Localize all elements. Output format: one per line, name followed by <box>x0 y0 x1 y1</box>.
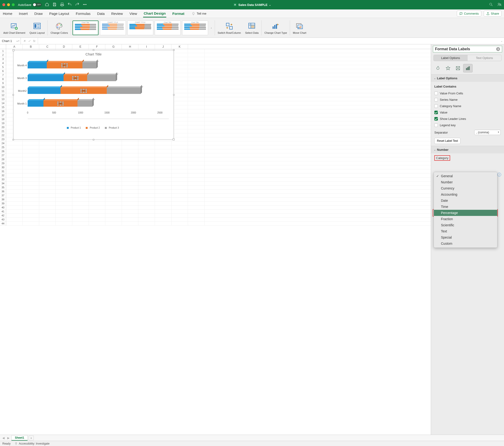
section-header-label-options[interactable]: ⌄Label Options <box>431 75 504 82</box>
row-header[interactable]: 23 <box>0 137 6 141</box>
sheet-tab[interactable]: Sheet1 <box>11 435 28 441</box>
category-menu-item[interactable]: Text <box>434 228 497 234</box>
label-options-icon[interactable] <box>463 64 473 72</box>
maximize-window-icon[interactable] <box>12 3 15 6</box>
col-header[interactable]: C <box>39 44 56 49</box>
worksheet-grid[interactable]: A B C D E F G H I J K 123456789101112131… <box>0 44 431 435</box>
comments-button[interactable]: Comments <box>457 11 481 17</box>
row-header[interactable]: 24 <box>0 141 6 145</box>
category-menu-item[interactable]: General <box>434 173 497 179</box>
select-all-corner[interactable] <box>0 44 6 49</box>
row-header[interactable]: 43 <box>0 218 6 222</box>
row-header[interactable]: 19 <box>0 121 6 125</box>
data-label[interactable]: 876 <box>81 89 86 92</box>
row-header[interactable]: 7 <box>0 73 6 77</box>
row-header[interactable]: 44 <box>0 222 6 226</box>
autosave-toggle[interactable]: AutoSave OFF <box>18 3 42 7</box>
row-headers[interactable]: 1234567891011121314151617181920212223242… <box>0 49 6 226</box>
category-menu-item[interactable]: Custom <box>434 240 497 247</box>
col-header[interactable]: J <box>155 44 171 49</box>
ellipsis-icon[interactable] <box>83 2 87 7</box>
data-label[interactable]: 444 <box>73 76 78 80</box>
row-header[interactable]: 5 <box>0 65 6 69</box>
effects-icon[interactable] <box>443 64 453 72</box>
search-icon[interactable] <box>489 2 493 7</box>
separator-select[interactable]: , (comma) <box>474 130 501 135</box>
category-menu-item[interactable]: Percentage <box>434 210 497 216</box>
cancel-formula-icon[interactable]: ✕ <box>23 39 26 43</box>
tab-data[interactable]: Data <box>97 10 105 17</box>
col-header[interactable]: G <box>105 44 122 49</box>
category-menu-item[interactable]: Currency <box>434 185 497 191</box>
row-header[interactable]: 17 <box>0 113 6 117</box>
row-header[interactable]: 9 <box>0 81 6 85</box>
chart-style-3[interactable]: CHART TITLE <box>127 20 153 35</box>
chart-styles-gallery[interactable]: Chart Title CHART TITLE CHART TITLE Char… <box>72 20 213 35</box>
add-sheet-button[interactable]: ＋ <box>29 436 34 440</box>
row-header[interactable]: 27 <box>0 153 6 157</box>
tab-view[interactable]: View <box>129 10 137 17</box>
row-header[interactable]: 41 <box>0 209 6 214</box>
row-header[interactable]: 14 <box>0 101 6 105</box>
row-header[interactable]: 16 <box>0 109 6 113</box>
row-header[interactable]: 11 <box>0 89 6 93</box>
chk-legend-key[interactable]: Legend key <box>434 122 501 128</box>
col-header[interactable]: I <box>138 44 155 49</box>
tab-page-layout[interactable]: Page Layout <box>49 10 70 17</box>
chk-leader-lines[interactable]: Show Leader Lines <box>434 116 501 122</box>
close-window-icon[interactable] <box>2 3 5 6</box>
tab-text-options[interactable]: Text Options <box>468 55 502 61</box>
row-header[interactable]: 22 <box>0 133 6 137</box>
chart-plot-area[interactable]: Month 4677Month 3444Month2876Month 16430… <box>28 59 169 125</box>
switch-row-column-button[interactable]: Switch Row/Column <box>216 19 242 36</box>
chart-style-5[interactable]: Chart Title <box>182 20 208 35</box>
row-header[interactable]: 37 <box>0 193 6 198</box>
change-colors-button[interactable]: Change Colors <box>49 19 69 36</box>
chart-legend[interactable]: Product 1 Product 2 Product 3 <box>14 126 174 129</box>
namebox-spinner-icon[interactable]: ▲▼ <box>16 40 19 42</box>
row-header[interactable]: 2 <box>0 53 6 57</box>
tab-label-options[interactable]: Label Options <box>434 55 468 61</box>
tab-formulas[interactable]: Formulas <box>75 10 91 17</box>
share-button[interactable]: Share <box>484 11 502 17</box>
add-chart-element-button[interactable]: Add Chart Element <box>2 19 27 36</box>
row-header[interactable]: 36 <box>0 189 6 193</box>
col-header[interactable]: E <box>72 44 89 49</box>
chart-style-1[interactable]: Chart Title <box>72 20 98 35</box>
row-header[interactable]: 20 <box>0 125 6 129</box>
row-header[interactable]: 40 <box>0 206 6 209</box>
row-header[interactable]: 8 <box>0 77 6 81</box>
category-menu-item[interactable]: Time <box>434 204 497 210</box>
row-header[interactable]: 26 <box>0 149 6 153</box>
close-pane-icon[interactable]: ✕ <box>496 47 500 51</box>
row-header[interactable]: 30 <box>0 165 6 170</box>
tell-me[interactable]: Tell me <box>192 12 206 16</box>
sheet-nav-prev-icon[interactable]: ◀ <box>1 436 5 440</box>
chk-value-from-cells[interactable]: Value From Cells <box>434 90 501 97</box>
row-header[interactable]: 18 <box>0 117 6 121</box>
change-chart-type-button[interactable]: Change Chart Type <box>263 19 288 36</box>
row-header[interactable]: 39 <box>0 202 6 206</box>
col-header[interactable]: A <box>6 44 23 49</box>
chart-style-4[interactable]: Chart Title <box>155 20 181 35</box>
tab-chart-design[interactable]: Chart Design <box>143 10 166 17</box>
row-header[interactable]: 33 <box>0 177 6 181</box>
row-header[interactable]: 1 <box>0 49 6 53</box>
category-menu-item[interactable]: Accounting <box>434 191 497 198</box>
category-menu-item[interactable]: Date <box>434 198 497 204</box>
row-header[interactable]: 6 <box>0 69 6 73</box>
data-label[interactable]: 677 <box>62 64 67 67</box>
pane-tab-switch[interactable]: Label Options Text Options <box>433 55 502 61</box>
tab-format[interactable]: Format <box>172 10 185 17</box>
undo-icon[interactable] <box>68 2 72 7</box>
tab-draw[interactable]: Draw <box>34 10 43 17</box>
tab-review[interactable]: Review <box>111 10 123 17</box>
row-header[interactable]: 21 <box>0 129 6 133</box>
collapse-formula-bar-icon[interactable]: ⌄ <box>501 40 503 42</box>
row-header[interactable]: 10 <box>0 85 6 89</box>
category-dropdown-menu[interactable]: GeneralNumberCurrencyAccountingDateTimeP… <box>434 172 497 248</box>
tab-insert[interactable]: Insert <box>18 10 28 17</box>
save-icon[interactable] <box>53 2 57 7</box>
data-label[interactable]: 643 <box>58 102 63 105</box>
row-header[interactable]: 4 <box>0 61 6 65</box>
